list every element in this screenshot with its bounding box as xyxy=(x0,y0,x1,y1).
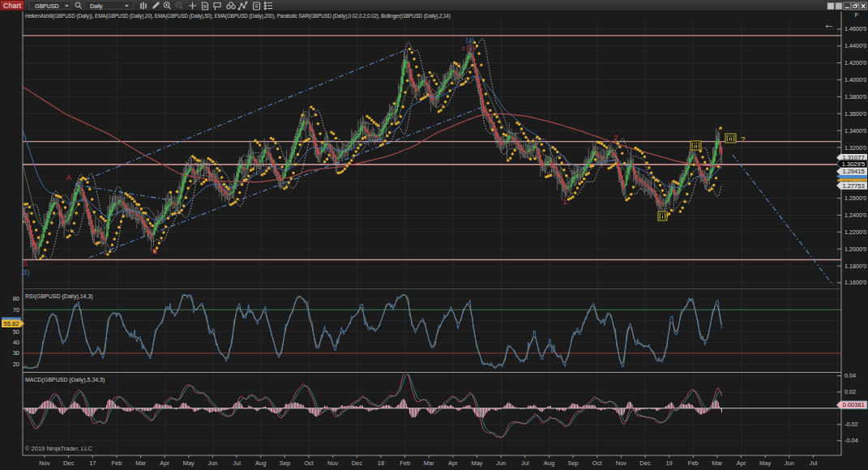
svg-text:Apr: Apr xyxy=(448,459,458,467)
svg-text:May: May xyxy=(183,459,195,467)
svg-text:1.27753: 1.27753 xyxy=(842,182,864,190)
svg-text:1.3600'0: 1.3600'0 xyxy=(844,110,866,118)
svg-text:Oct: Oct xyxy=(592,459,603,467)
svg-text:?: ? xyxy=(741,135,745,143)
svg-text:1.2200'0: 1.2200'0 xyxy=(844,229,866,236)
svg-text:0.02: 0.02 xyxy=(844,388,856,395)
svg-text:RSI(GBPUSD (Daily),14,3): RSI(GBPUSD (Daily),14,3) xyxy=(25,293,93,300)
svg-text:Sep: Sep xyxy=(567,459,578,467)
svg-text:1.3029'5: 1.3029'5 xyxy=(842,160,866,168)
svg-text:30: 30 xyxy=(13,349,19,357)
svg-text:© 2019 NinjaTrader, LLC: © 2019 NinjaTrader, LLC xyxy=(25,445,92,452)
svg-text:1.4200'0: 1.4200'0 xyxy=(844,59,866,66)
svg-text:Jul: Jul xyxy=(521,459,529,467)
svg-text:Mar: Mar xyxy=(712,459,722,467)
svg-text:1.1800'0: 1.1800'0 xyxy=(844,263,866,270)
svg-text:Jun: Jun xyxy=(785,459,794,467)
svg-text:Feb: Feb xyxy=(400,459,410,467)
svg-text:-0.02: -0.02 xyxy=(844,421,857,428)
svg-text:1.2000'0: 1.2000'0 xyxy=(844,246,866,253)
svg-text:-0.04: -0.04 xyxy=(844,437,857,444)
svg-text:Oct: Oct xyxy=(304,459,314,467)
svg-text:Feb: Feb xyxy=(688,459,699,467)
svg-text:1.1600'0: 1.1600'0 xyxy=(844,279,866,286)
svg-text:A: A xyxy=(66,173,71,182)
svg-text:c: c xyxy=(462,45,465,51)
svg-text:MACD(GBPUSD (Daily),5,34,5): MACD(GBPUSD (Daily),5,34,5) xyxy=(25,377,105,383)
svg-text:2: 2 xyxy=(614,134,618,142)
svg-text:1.2400'0: 1.2400'0 xyxy=(844,212,866,219)
svg-text:1.29415: 1.29415 xyxy=(842,168,864,175)
svg-text:←: ← xyxy=(823,18,835,31)
svg-text:Jul: Jul xyxy=(233,459,241,467)
svg-text:Jun: Jun xyxy=(496,459,506,467)
svg-text:F: F xyxy=(855,11,859,19)
svg-text:May: May xyxy=(759,459,771,467)
svg-text:Apr: Apr xyxy=(160,459,169,467)
svg-text:1.3800'0: 1.3800'0 xyxy=(844,93,866,100)
svg-text:20: 20 xyxy=(13,361,19,368)
svg-text:1: 1 xyxy=(562,198,567,206)
svg-text:50: 50 xyxy=(13,328,19,335)
svg-text:1.2600'0: 1.2600'0 xyxy=(844,194,866,202)
svg-text:Aug: Aug xyxy=(255,459,266,467)
svg-text:HeikenAshi8(GBPUSD (Daily)), E: HeikenAshi8(GBPUSD (Daily)), EMA(GBPUSD … xyxy=(25,13,451,19)
svg-text:1.3400'0: 1.3400'0 xyxy=(844,127,866,135)
svg-text:Jul: Jul xyxy=(810,459,818,467)
svg-text:70: 70 xyxy=(13,306,19,314)
svg-text:B: B xyxy=(152,247,157,255)
svg-text:19: 19 xyxy=(665,459,672,467)
svg-text:(4): (4) xyxy=(466,36,475,45)
svg-text:Dec: Dec xyxy=(63,459,75,467)
svg-text:5: 5 xyxy=(24,259,28,267)
svg-text:Nov: Nov xyxy=(39,459,50,467)
svg-text:Mar: Mar xyxy=(135,459,146,467)
svg-text:Nov: Nov xyxy=(616,459,627,467)
svg-text:55.82: 55.82 xyxy=(4,320,19,327)
svg-text:Jun: Jun xyxy=(207,459,217,467)
svg-text:17: 17 xyxy=(89,459,96,467)
svg-text:Dec: Dec xyxy=(639,459,651,467)
svg-text:1.4600'0: 1.4600'0 xyxy=(844,25,866,32)
svg-text:Nov: Nov xyxy=(327,459,339,467)
svg-text:0.04: 0.04 xyxy=(844,372,856,379)
svg-text:40: 40 xyxy=(13,339,19,346)
svg-text:1.3200'0: 1.3200'0 xyxy=(844,144,866,152)
svg-text:Aug: Aug xyxy=(544,459,554,467)
svg-text:May: May xyxy=(471,459,482,467)
svg-text:0.00381: 0.00381 xyxy=(842,401,864,408)
svg-text:Dec: Dec xyxy=(352,459,363,467)
svg-text:3): 3) xyxy=(23,267,29,276)
svg-text:18: 18 xyxy=(378,459,384,467)
svg-text:Feb: Feb xyxy=(111,459,122,467)
svg-text:1.4400'0: 1.4400'0 xyxy=(844,42,866,49)
svg-text:Apr: Apr xyxy=(737,459,746,467)
svg-text:Mar: Mar xyxy=(424,459,434,467)
svg-text:1.4000'0: 1.4000'0 xyxy=(844,76,866,83)
svg-text:Sep: Sep xyxy=(280,459,290,467)
svg-text:80: 80 xyxy=(13,295,19,302)
